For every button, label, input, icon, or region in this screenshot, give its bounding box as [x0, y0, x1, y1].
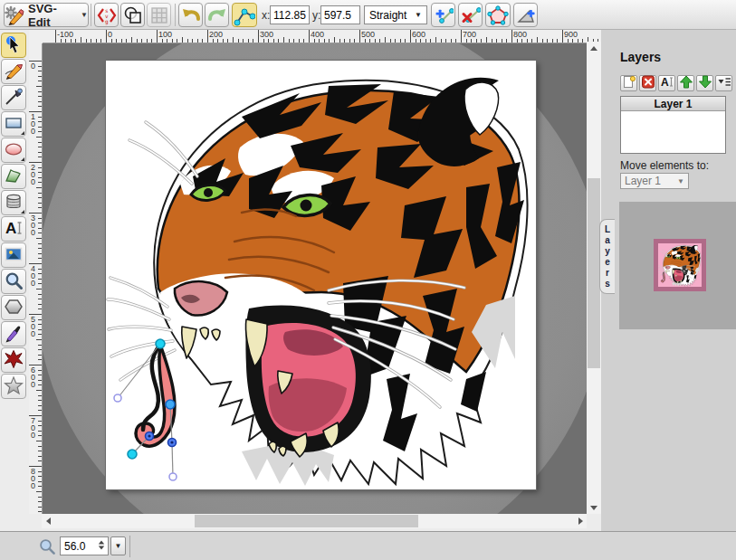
horizontal-scrollbar[interactable] — [42, 514, 587, 528]
up-arrow-icon — [590, 46, 597, 51]
pencil-tool-button[interactable] — [1, 59, 26, 84]
path-node-center-dot — [170, 441, 173, 443]
star-tool-button[interactable] — [1, 374, 26, 399]
new-layer-icon — [622, 75, 636, 91]
layer-row-layer1[interactable]: Layer 1 — [621, 97, 725, 111]
zoom-magnifier-icon — [38, 537, 56, 558]
undo-button[interactable] — [178, 3, 203, 27]
open-close-path-button[interactable] — [485, 3, 511, 27]
layers-panel-title: Layers — [620, 50, 661, 64]
redo-button[interactable] — [205, 3, 229, 27]
text-tool-button[interactable]: A — [1, 216, 26, 242]
side-tab-label: Layers — [603, 224, 613, 289]
layer-list: Layer 1 — [620, 96, 726, 154]
line-tool-button[interactable] — [1, 85, 26, 110]
flyout-arrow-icon — [21, 157, 24, 161]
layers-panel-toggle-tab[interactable]: Layers — [599, 219, 615, 294]
delete-node-button[interactable] — [458, 3, 483, 27]
top-toolbar: SVG-Edit ▼ s v g — [0, 0, 736, 30]
select-arrow-icon: ▼ — [677, 177, 684, 185]
layer-buttons-row: A — [620, 75, 732, 91]
image-icon — [4, 244, 24, 267]
eyedropper-tool-button[interactable] — [1, 321, 26, 346]
link-control-points-toggle[interactable] — [232, 3, 257, 27]
text-icon: A — [4, 218, 24, 241]
path-tool-button[interactable] — [1, 164, 26, 189]
rename-layer-icon: A — [660, 75, 674, 91]
control-handle-line — [172, 442, 173, 477]
vertical-scroll-thumb[interactable] — [588, 178, 600, 368]
add-subpath-button[interactable] — [513, 3, 538, 27]
delete-layer-button[interactable] — [639, 75, 656, 91]
move-layer-down-button[interactable] — [696, 75, 713, 91]
snap-to-grid-button[interactable] — [147, 3, 171, 27]
drawing-workspace[interactable] — [43, 43, 587, 514]
path-node-blue[interactable] — [166, 400, 175, 409]
layer-preview-zone — [619, 202, 736, 329]
move-layer-up-button[interactable] — [677, 75, 694, 91]
add-subpath-icon — [516, 5, 536, 25]
toolbar-separator — [91, 4, 91, 26]
path-nodes-icon — [234, 5, 255, 26]
select-tool-button[interactable] — [1, 33, 26, 58]
wireframe-mode-button[interactable] — [120, 3, 145, 27]
layer-menu-icon — [717, 75, 731, 91]
red-burst-icon — [4, 349, 24, 372]
path-node-center-dot — [148, 434, 150, 437]
rename-layer-button[interactable]: A — [658, 75, 675, 91]
flyout-arrow-icon — [21, 131, 24, 135]
y-coordinate-label: y: — [312, 9, 320, 22]
spinner-down-icon — [99, 546, 104, 550]
segment-type-select[interactable]: Straight ▼ — [364, 5, 427, 24]
undo-icon — [181, 5, 201, 25]
ellipse-tool-button[interactable] — [1, 138, 26, 163]
select-arrow-icon: ▼ — [415, 11, 422, 19]
zoom-tool-button[interactable] — [1, 269, 26, 294]
line-icon — [4, 87, 24, 109]
path-shape-icon — [4, 166, 24, 188]
path-node-handle[interactable] — [114, 394, 121, 402]
move-elements-select[interactable]: Layer 1 ▼ — [620, 173, 689, 189]
main-menu-label: SVG-Edit — [28, 2, 77, 29]
horizontal-scroll-thumb[interactable] — [195, 515, 418, 527]
scroll-up-button[interactable] — [587, 42, 601, 54]
delete-layer-icon — [641, 75, 655, 91]
image-tool-button[interactable] — [1, 242, 26, 268]
svg-edit-app: SVG-Edit ▼ s v g — [0, 0, 736, 560]
zoom-spinner[interactable] — [98, 540, 105, 550]
svg-canvas[interactable] — [106, 61, 536, 489]
layer-menu-button[interactable] — [715, 75, 732, 91]
arrow-down-icon — [698, 75, 712, 91]
vertical-ruler: 0100200300400500600700800 — [29, 43, 43, 514]
segment-type-value: Straight — [369, 9, 406, 22]
shape-library-tool-button[interactable] — [1, 190, 26, 215]
shape-tool-button[interactable] — [1, 347, 26, 373]
rect-tool-button[interactable] — [1, 111, 26, 137]
clone-node-button[interactable] — [431, 3, 455, 27]
move-select-value: Layer 1 — [625, 175, 661, 187]
select-arrow-icon — [4, 34, 24, 57]
ruler-corner — [29, 30, 43, 43]
new-layer-button[interactable] — [620, 75, 637, 91]
left-tool-panel: A — [1, 33, 29, 399]
path-node-cyan[interactable] — [156, 339, 165, 348]
zoom-preset-dropdown[interactable]: ▼ — [110, 536, 126, 555]
main-menu-button[interactable]: SVG-Edit ▼ — [4, 3, 89, 27]
down-arrow-icon — [590, 506, 597, 510]
edit-source-button[interactable]: s v g — [94, 3, 119, 27]
bottombar-separator — [129, 536, 130, 557]
layer-thumbnail — [654, 239, 706, 291]
y-coordinate-input[interactable] — [320, 5, 360, 24]
scroll-left-button[interactable] — [42, 514, 54, 528]
flyout-arrow-icon — [21, 210, 24, 214]
drawing-content — [106, 61, 536, 489]
path-node-cyan[interactable] — [128, 450, 137, 459]
path-node-handle[interactable] — [169, 473, 177, 480]
x-coordinate-input[interactable] — [270, 5, 310, 24]
scroll-down-button[interactable] — [587, 501, 601, 514]
spinner-up-icon — [99, 541, 104, 545]
scroll-right-button[interactable] — [574, 514, 587, 528]
move-elements-label: Move elements to: — [620, 159, 709, 172]
add-node-icon — [434, 5, 454, 25]
polygon-tool-button[interactable] — [1, 295, 26, 320]
